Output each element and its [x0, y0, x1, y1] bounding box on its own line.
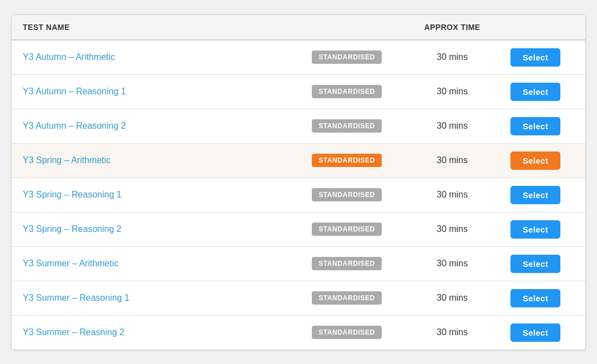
test-name-link[interactable]: Y3 Summer – Arithmetic	[23, 259, 119, 268]
select-button[interactable]: Select	[510, 186, 560, 204]
test-name-link[interactable]: Y3 Autumn – Arithmetic	[23, 52, 115, 62]
select-button[interactable]: Select	[510, 151, 560, 170]
test-name-cell: Y3 Autumn – Arithmetic	[23, 52, 286, 62]
standardised-badge: STANDARDISED	[312, 50, 382, 64]
select-cell: Select	[497, 83, 574, 101]
test-name-cell: Y3 Summer – Arithmetic	[23, 259, 286, 269]
test-name-link[interactable]: Y3 Autumn – Reasoning 1	[23, 87, 126, 96]
time-cell: 30 mins	[408, 121, 497, 131]
time-cell: 30 mins	[408, 52, 497, 62]
table-body: Y3 Autumn – Arithmetic STANDARDISED 30 m…	[12, 41, 585, 350]
test-name-cell: Y3 Spring – Arithmetic	[23, 155, 286, 165]
select-button[interactable]: Select	[510, 289, 560, 307]
table-row: Y3 Summer – Arithmetic STANDARDISED 30 m…	[12, 247, 585, 281]
header-action	[497, 23, 574, 32]
table-header: TEST NAME APPROX TIME	[12, 15, 585, 41]
badge-cell: STANDARDISED	[286, 154, 408, 167]
time-cell: 30 mins	[408, 327, 497, 337]
select-button[interactable]: Select	[510, 323, 560, 342]
select-cell: Select	[497, 220, 574, 239]
test-name-cell: Y3 Autumn – Reasoning 1	[23, 87, 286, 97]
time-cell: 30 mins	[408, 87, 497, 97]
badge-cell: STANDARDISED	[286, 119, 408, 133]
test-name-cell: Y3 Spring – Reasoning 2	[23, 224, 286, 234]
time-cell: 30 mins	[408, 190, 497, 200]
header-test-name: TEST NAME	[23, 23, 286, 32]
header-approx-time: APPROX TIME	[408, 23, 497, 32]
table-row: Y3 Autumn – Reasoning 2 STANDARDISED 30 …	[12, 109, 585, 144]
table-row: Y3 Spring – Arithmetic STANDARDISED 30 m…	[12, 144, 585, 178]
select-button[interactable]: Select	[510, 83, 560, 101]
time-cell: 30 mins	[408, 224, 497, 234]
badge-cell: STANDARDISED	[286, 223, 408, 236]
badge-cell: STANDARDISED	[286, 50, 408, 64]
select-cell: Select	[497, 117, 574, 135]
standardised-badge: STANDARDISED	[312, 188, 382, 201]
standardised-badge: STANDARDISED	[312, 154, 382, 167]
select-cell: Select	[497, 186, 574, 204]
test-name-link[interactable]: Y3 Spring – Reasoning 1	[23, 190, 122, 199]
select-button[interactable]: Select	[510, 255, 560, 273]
header-badge	[286, 23, 408, 32]
table-row: Y3 Summer – Reasning 2 STANDARDISED 30 m…	[12, 316, 585, 350]
standardised-badge: STANDARDISED	[312, 291, 382, 305]
select-button[interactable]: Select	[510, 117, 560, 135]
select-cell: Select	[497, 255, 574, 273]
select-button[interactable]: Select	[510, 48, 560, 67]
select-button[interactable]: Select	[510, 220, 560, 239]
badge-cell: STANDARDISED	[286, 188, 408, 201]
table-row: Y3 Spring – Reasoning 1 STANDARDISED 30 …	[12, 178, 585, 213]
test-name-link[interactable]: Y3 Summer – Reasoning 1	[23, 293, 129, 302]
table-row: Y3 Spring – Reasoning 2 STANDARDISED 30 …	[12, 213, 585, 247]
time-cell: 30 mins	[408, 259, 497, 269]
table-row: Y3 Autumn – Reasoning 1 STANDARDISED 30 …	[12, 75, 585, 109]
test-name-cell: Y3 Summer – Reasoning 1	[23, 293, 286, 303]
table-row: Y3 Summer – Reasoning 1 STANDARDISED 30 …	[12, 281, 585, 316]
badge-cell: STANDARDISED	[286, 291, 408, 305]
test-name-link[interactable]: Y3 Summer – Reasning 2	[23, 327, 124, 337]
tests-table: TEST NAME APPROX TIME Y3 Autumn – Arithm…	[11, 14, 586, 350]
badge-cell: STANDARDISED	[286, 257, 408, 270]
test-name-link[interactable]: Y3 Spring – Reasoning 2	[23, 224, 122, 234]
select-cell: Select	[497, 151, 574, 170]
select-cell: Select	[497, 289, 574, 307]
test-name-link[interactable]: Y3 Spring – Arithmetic	[23, 155, 110, 165]
test-name-cell: Y3 Autumn – Reasoning 2	[23, 121, 286, 131]
test-name-cell: Y3 Spring – Reasoning 1	[23, 190, 286, 200]
test-name-cell: Y3 Summer – Reasning 2	[23, 327, 286, 337]
select-cell: Select	[497, 48, 574, 67]
standardised-badge: STANDARDISED	[312, 223, 382, 236]
badge-cell: STANDARDISED	[286, 85, 408, 98]
select-cell: Select	[497, 323, 574, 342]
standardised-badge: STANDARDISED	[312, 85, 382, 98]
time-cell: 30 mins	[408, 293, 497, 303]
test-name-link[interactable]: Y3 Autumn – Reasoning 2	[23, 121, 126, 130]
table-row: Y3 Autumn – Arithmetic STANDARDISED 30 m…	[12, 41, 585, 75]
time-cell: 30 mins	[408, 155, 497, 165]
badge-cell: STANDARDISED	[286, 326, 408, 339]
standardised-badge: STANDARDISED	[312, 119, 382, 133]
standardised-badge: STANDARDISED	[312, 326, 382, 339]
standardised-badge: STANDARDISED	[312, 257, 382, 270]
